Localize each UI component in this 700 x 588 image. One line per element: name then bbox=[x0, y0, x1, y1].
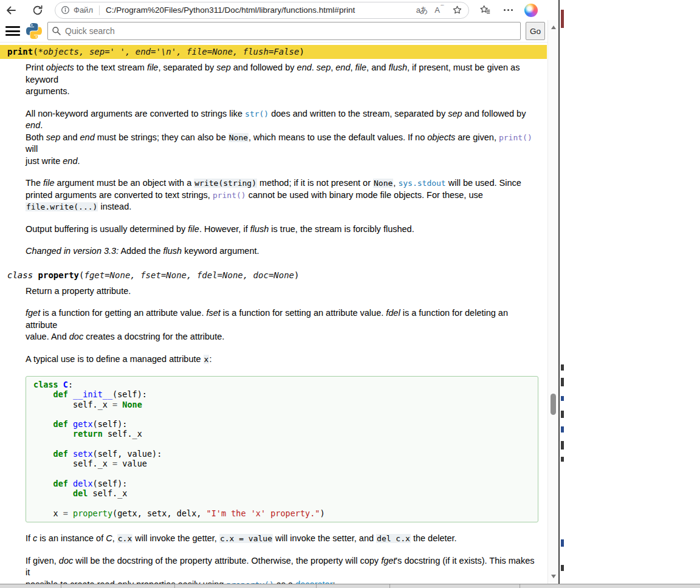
text-run: Changed in version 3.3: bbox=[26, 246, 118, 256]
text-run: . However, if bbox=[199, 224, 250, 234]
text-run: must be strings; they can also be bbox=[95, 132, 228, 142]
text-run: property bbox=[38, 270, 79, 280]
paragraph: Output buffering is usually determined b… bbox=[26, 224, 538, 236]
text-run: the deleter. bbox=[411, 533, 457, 543]
scroll-down-arrow-icon[interactable] bbox=[551, 575, 556, 578]
code-block-class-c: class C: def __init__(self): self._x = N… bbox=[26, 376, 538, 522]
text-run: , bbox=[112, 533, 117, 543]
text-run: is true, the stream is forcibly flushed. bbox=[269, 224, 414, 234]
code-line: def getx(self): bbox=[33, 419, 530, 429]
docs-search-bar: Go bbox=[0, 20, 558, 43]
add-favorite-button[interactable] bbox=[452, 5, 462, 15]
paragraph: The file argument must be an object with… bbox=[26, 177, 538, 213]
settings-more-button[interactable] bbox=[499, 2, 516, 19]
text-run: ( bbox=[33, 47, 38, 56]
property-signature: class property(fget=None, fset=None, fde… bbox=[0, 268, 547, 282]
paragraph: If given, doc will be the docstring of t… bbox=[26, 555, 538, 588]
toolbar-right bbox=[476, 2, 540, 19]
python-logo[interactable] bbox=[26, 23, 42, 39]
text-run: cannot be used with binary mode file obj… bbox=[246, 190, 483, 200]
window-edge-marks bbox=[561, 0, 565, 588]
inline-code: write(string) bbox=[194, 179, 257, 188]
inline-link[interactable]: str() bbox=[245, 109, 269, 118]
text-run: argument must be an object with a bbox=[55, 178, 194, 188]
text-run: Print bbox=[26, 63, 46, 72]
translate-button[interactable]: aあ bbox=[416, 5, 428, 16]
go-button[interactable]: Go bbox=[526, 22, 545, 40]
text-run: arguments. bbox=[26, 86, 70, 96]
url-text[interactable]: C:/Program%20Files/Python311/Doc/html/li… bbox=[106, 5, 413, 15]
paragraph: Print objects to the text stream file, s… bbox=[26, 62, 538, 98]
copilot-icon bbox=[524, 4, 538, 17]
text-run: end bbox=[335, 63, 350, 72]
property-description: Return a property attribute. fget is a f… bbox=[26, 285, 538, 366]
site-permissions-chip[interactable]: Файл bbox=[61, 5, 93, 15]
text-run: will invoke the setter, and bbox=[273, 533, 376, 543]
text-run: just write bbox=[26, 156, 63, 166]
text-run: end bbox=[63, 156, 77, 166]
text-run: A typical use is to define a managed att… bbox=[26, 354, 204, 364]
code-line: x = property(getx, setx, delx, "I'm the … bbox=[33, 508, 530, 518]
text-run: file bbox=[147, 63, 159, 72]
text-run: fget bbox=[381, 556, 396, 566]
back-button[interactable] bbox=[2, 2, 19, 19]
text-run: are given, bbox=[455, 132, 499, 142]
text-run: is an instance of bbox=[37, 533, 106, 543]
menu-toggle-button[interactable] bbox=[5, 25, 21, 37]
text-run: end bbox=[80, 132, 95, 142]
text-run: will be the docstring of the property at… bbox=[73, 556, 381, 566]
text-run: *objects, sep=' ', end='\n', file=None, … bbox=[38, 47, 300, 56]
text-run: If given, bbox=[26, 556, 59, 566]
translate-icon: aあ bbox=[416, 5, 428, 16]
text-run: sep bbox=[216, 63, 230, 72]
text-run: fdel bbox=[386, 308, 400, 318]
inline-link[interactable]: sys.stdout bbox=[398, 179, 445, 188]
text-run: Both bbox=[26, 132, 46, 142]
text-run: . bbox=[77, 156, 80, 166]
page-scrollbar[interactable] bbox=[547, 20, 558, 588]
code-line bbox=[33, 469, 530, 479]
text-run: : bbox=[209, 354, 211, 364]
text-run: sep bbox=[317, 63, 331, 72]
code-line: def __init__(self): bbox=[33, 389, 530, 399]
refresh-icon bbox=[32, 4, 44, 16]
browser-window: Файл C:/Program%20Files/Python311/Doc/ht… bbox=[0, 0, 560, 588]
text-run: . bbox=[312, 63, 317, 72]
text-run: and bbox=[60, 132, 80, 142]
text-run: method; if it is not present or bbox=[257, 178, 373, 188]
star-icon bbox=[452, 5, 462, 15]
favorites-hub-button[interactable] bbox=[476, 2, 493, 19]
site-chip-label: Файл bbox=[74, 5, 93, 15]
text-run: fget=None, fset=None, fdel=None, doc=Non… bbox=[84, 270, 294, 280]
inline-link[interactable]: print() bbox=[213, 191, 246, 200]
text-run: , bbox=[350, 63, 355, 72]
property-description-continued: If c is an instance of C, c.x will invok… bbox=[26, 533, 538, 588]
url-bar[interactable]: Файл C:/Program%20Files/Python311/Doc/ht… bbox=[55, 2, 469, 19]
scrollbar-thumb[interactable] bbox=[551, 394, 556, 415]
code-line: def delx(self): bbox=[33, 479, 530, 488]
text-run: . bbox=[40, 120, 43, 130]
paragraph: fget is a function for getting an attrib… bbox=[26, 307, 538, 343]
text-run: to the text stream bbox=[74, 63, 147, 72]
text-run: All non-keyword arguments are converted … bbox=[26, 109, 245, 118]
text-run: does and written to the stream, separate… bbox=[269, 109, 448, 118]
quick-search-input[interactable] bbox=[47, 22, 521, 40]
inline-link[interactable]: print() bbox=[499, 133, 532, 142]
text-run: fset bbox=[206, 308, 220, 318]
paragraph: A typical use is to define a managed att… bbox=[26, 354, 538, 366]
code-line: self._x = None bbox=[33, 400, 530, 409]
code-line: return self._x bbox=[33, 429, 530, 439]
text-run: printed arguments are converted to text … bbox=[26, 190, 213, 200]
print-signature: print(*objects, sep=' ', end='\n', file=… bbox=[0, 45, 547, 59]
read-aloud-button[interactable]: A⌒ bbox=[434, 5, 445, 15]
refresh-button[interactable] bbox=[29, 2, 46, 19]
page-content: print(*objects, sep=' ', end='\n', file=… bbox=[0, 43, 547, 588]
inline-code: None bbox=[228, 133, 249, 142]
code-line: class C: bbox=[33, 380, 530, 389]
code-line: def setx(self, value): bbox=[33, 449, 530, 459]
url-bar-actions: aあ A⌒ bbox=[416, 5, 462, 16]
text-run: ) bbox=[294, 270, 299, 280]
scroll-up-arrow-icon[interactable] bbox=[551, 26, 556, 29]
copilot-button[interactable] bbox=[523, 2, 540, 19]
text-run: end bbox=[26, 120, 40, 130]
